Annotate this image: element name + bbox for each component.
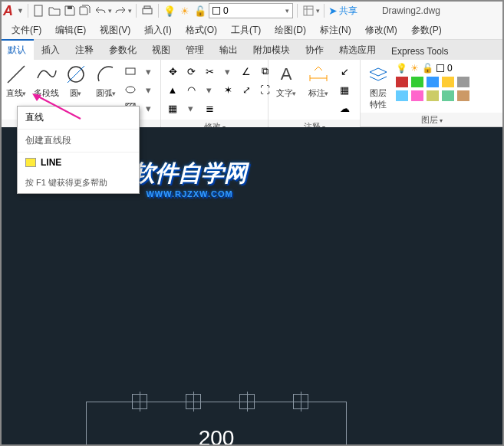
tab-annot[interactable]: 注释: [68, 41, 101, 60]
swatch-cyan[interactable]: [396, 90, 408, 101]
layer-name: 0: [223, 5, 229, 16]
menu-edit[interactable]: 编辑(E): [48, 24, 93, 37]
menu-tools[interactable]: 工具(T): [224, 24, 268, 37]
rotate-icon[interactable]: ⟳: [183, 63, 199, 80]
send-icon[interactable]: ➤: [328, 5, 338, 17]
trim-icon[interactable]: ✂: [201, 63, 218, 80]
offset-icon[interactable]: ≣: [201, 100, 218, 116]
save-icon[interactable]: [63, 4, 77, 18]
ribbon-layer-combo[interactable]: 💡 ☀ 🔓 0: [394, 61, 502, 75]
menu-draw[interactable]: 绘图(D): [268, 24, 313, 37]
layer-swatch: [436, 64, 444, 72]
cloud-icon[interactable]: ☁: [336, 100, 353, 116]
open-icon[interactable]: [48, 4, 61, 18]
redo-icon[interactable]: [114, 4, 127, 18]
menu-format[interactable]: 格式(O): [179, 24, 224, 37]
line-tooltip: 直线 创建直线段 LINE 按 F1 键获得更多帮助: [17, 106, 140, 194]
circle-button[interactable]: 圆▾: [61, 61, 91, 99]
menu-param[interactable]: 参数(P): [404, 24, 449, 37]
line-label: 直线: [6, 87, 23, 99]
properties-dropdown[interactable]: ▾: [316, 7, 320, 15]
filename: Drawing2.dwg: [382, 5, 440, 16]
swatch-red[interactable]: [396, 77, 408, 87]
tooltip-title: 直线: [18, 107, 139, 130]
undo-icon[interactable]: [94, 4, 107, 18]
ellipse-icon[interactable]: [122, 81, 139, 98]
tab-output[interactable]: 输出: [212, 41, 245, 60]
swatch-teal[interactable]: [442, 90, 454, 101]
menu-modify[interactable]: 修改(M): [358, 24, 404, 37]
menu-dim[interactable]: 标注(N): [313, 24, 358, 37]
dim-label: 标注: [308, 87, 325, 99]
tab-view[interactable]: 视图: [144, 41, 178, 60]
saveall-icon[interactable]: [78, 4, 92, 18]
undo-dropdown[interactable]: ▾: [108, 7, 112, 15]
move-icon[interactable]: ✥: [164, 63, 181, 80]
table-icon[interactable]: ▦: [336, 81, 353, 98]
tab-express[interactable]: Express Tools: [384, 43, 456, 60]
svg-rect-8: [126, 68, 135, 74]
layer-dropdown-icon: ▾: [285, 7, 289, 15]
tab-addons[interactable]: 附加模块: [245, 41, 298, 60]
stretch-icon[interactable]: ⤢: [238, 81, 255, 98]
rect-dd[interactable]: ▾: [140, 63, 157, 80]
hatch-dd[interactable]: ▾: [140, 100, 157, 116]
tooltip-cmd: LINE: [41, 157, 61, 168]
menu-insert[interactable]: 插入(I): [137, 24, 178, 37]
sun-icon[interactable]: ☀: [178, 4, 192, 18]
share-button[interactable]: 共享: [339, 5, 357, 18]
lock-icon[interactable]: 🔓: [193, 4, 207, 18]
erase-icon[interactable]: ∠: [238, 63, 255, 80]
dim-value: 200: [86, 426, 347, 446]
mirror-icon[interactable]: ▲: [164, 81, 181, 98]
text-button[interactable]: A 文字▾: [270, 61, 302, 99]
array-icon[interactable]: ▦: [164, 100, 181, 116]
app-menu-dropdown[interactable]: ▼: [17, 7, 24, 15]
polyline-button[interactable]: 多段线: [31, 61, 61, 99]
ribbon-tabbar: 默认 插入 注释 参数化 视图 管理 输出 附加模块 协作 精选应用 Expre…: [0, 40, 504, 60]
leader-icon[interactable]: ↙: [336, 63, 353, 80]
dim-button[interactable]: 标注▾: [302, 61, 334, 99]
layer-color-swatch: [212, 7, 220, 15]
annot-small: ↙ ▦ ☁: [334, 61, 354, 118]
plot-icon[interactable]: [140, 4, 154, 18]
menu-bar: 文件(F) 编辑(E) 视图(V) 插入(I) 格式(O) 工具(T) 绘图(D…: [0, 21, 504, 40]
swatch-blue[interactable]: [427, 77, 439, 87]
properties-icon[interactable]: [301, 4, 315, 18]
ribbon-group-layers: 图层 特性 💡 ☀ 🔓 0: [361, 60, 504, 126]
watermark: 软件自学网 WWW.RJZXW.COM: [132, 158, 247, 198]
tab-collab[interactable]: 协作: [298, 41, 331, 60]
swatch-magenta[interactable]: [411, 90, 423, 101]
menu-view[interactable]: 视图(V): [93, 24, 137, 37]
layer-props-button[interactable]: 图层 特性: [362, 61, 394, 110]
swatch-brown[interactable]: [457, 90, 469, 101]
explode-icon[interactable]: ✶: [219, 81, 236, 98]
swatch-yellow[interactable]: [442, 77, 454, 87]
marker-3: [239, 394, 255, 409]
quick-access-toolbar: A ▼ ▾ ▾ 💡 ☀ 🔓 0 ▾ ▾ ➤ 共享 Drawing2.dwg: [0, 0, 504, 21]
layer-combo[interactable]: 0 ▾: [209, 3, 293, 18]
swatch-green[interactable]: [411, 77, 423, 87]
layer-group-label: 图层: [421, 115, 438, 124]
line-button[interactable]: 直线▾: [2, 61, 31, 99]
rect-icon[interactable]: [122, 63, 139, 80]
tab-insert[interactable]: 插入: [34, 41, 68, 60]
svg-rect-3: [144, 6, 150, 8]
marker-4: [293, 394, 308, 409]
menu-file[interactable]: 文件(F): [5, 24, 48, 37]
tab-featured[interactable]: 精选应用: [331, 41, 384, 60]
bulb-icon[interactable]: 💡: [163, 4, 176, 18]
ellipse-dd[interactable]: ▾: [140, 81, 157, 98]
tab-default[interactable]: 默认: [0, 39, 34, 60]
svg-rect-0: [35, 5, 42, 16]
fillet-icon[interactable]: ◠: [183, 81, 199, 98]
svg-point-9: [126, 87, 135, 93]
marker-1: [132, 394, 147, 409]
swatch-gray[interactable]: [457, 77, 469, 87]
tab-param[interactable]: 参数化: [101, 41, 144, 60]
new-icon[interactable]: [32, 4, 46, 18]
tab-manage[interactable]: 管理: [178, 41, 212, 60]
swatch-olive[interactable]: [427, 90, 439, 101]
redo-dropdown[interactable]: ▾: [128, 7, 132, 15]
arc-button[interactable]: 圆弧▾: [91, 61, 120, 99]
